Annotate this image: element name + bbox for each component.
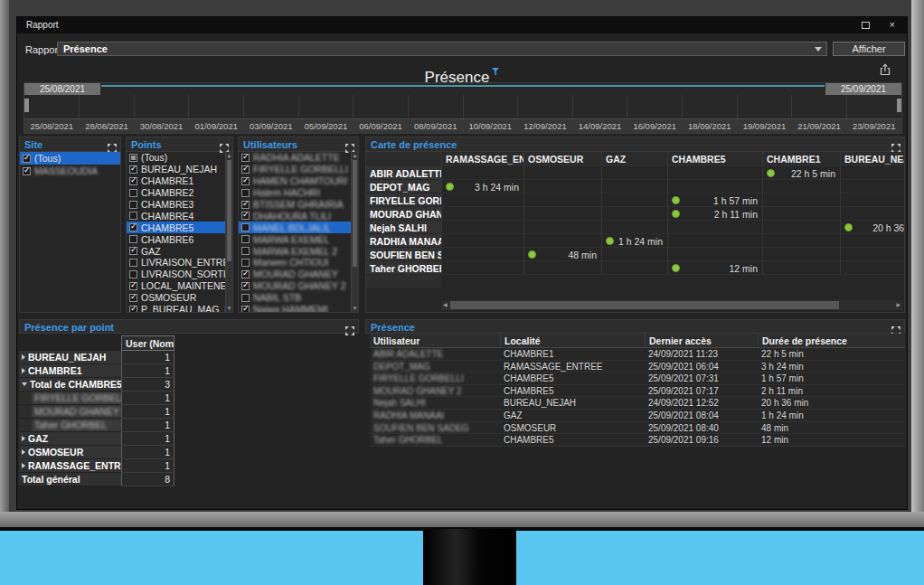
user-item[interactable]: MANEL BDLJALIL: [239, 222, 351, 233]
scroll-right-icon[interactable]: ▶: [896, 300, 900, 310]
presence-row[interactable]: RADHIA MANAAIGAZ25/09/2021 08:041 h 24 m…: [370, 410, 905, 422]
panel-site-header[interactable]: Site: [20, 137, 120, 152]
checkbox[interactable]: [129, 306, 137, 312]
timeline-range-end[interactable]: 25/09/2021: [825, 83, 901, 95]
map-column-header[interactable]: BUREAU_NEJAH: [840, 152, 904, 166]
users-scrollbar[interactable]: ▲ ▼: [351, 152, 358, 312]
panel-presence-header[interactable]: Présence: [365, 319, 905, 334]
bypoint-row[interactable]: CHAMBRE11: [19, 364, 174, 378]
checkbox[interactable]: [129, 165, 137, 174]
presence-row[interactable]: SOUFIEN BEN SADEGOSMOSEUR25/09/2021 08:4…: [370, 422, 905, 435]
checkbox[interactable]: [241, 177, 250, 185]
bypoint-row[interactable]: Total général8: [19, 473, 174, 486]
user-item[interactable]: HAMEN CHAMTOURI: [239, 175, 351, 187]
checkbox[interactable]: [23, 155, 31, 163]
checkbox[interactable]: [129, 177, 137, 185]
point-item[interactable]: CHAMBRE2: [127, 187, 225, 199]
user-item[interactable]: DHAHOURA TLILI: [239, 210, 351, 222]
point-item[interactable]: OSMOSEUR: [127, 292, 225, 304]
user-item[interactable]: Najwa HAMMEMI: [239, 304, 351, 312]
point-item[interactable]: CHAMBRE3: [127, 199, 225, 211]
site-item[interactable]: (Tous): [20, 152, 120, 165]
point-item[interactable]: P_BUREAU_MAG_RDC: [127, 304, 225, 312]
expand-icon[interactable]: [345, 323, 354, 332]
user-item[interactable]: Hatem HACHRI: [239, 187, 351, 199]
user-item[interactable]: NABIL STB: [239, 292, 351, 304]
presence-row[interactable]: MOURAD GHANEY 2CHAMBRE525/09/2021 07:172…: [370, 385, 905, 398]
scroll-left-icon[interactable]: ◀: [443, 300, 448, 310]
map-column-header[interactable]: CHAMBRE5: [667, 152, 762, 166]
point-item[interactable]: LIVRAISON_ENTREE: [127, 257, 225, 269]
filter-icon[interactable]: [492, 61, 499, 80]
points-scrollbar[interactable]: ▲ ▼: [225, 152, 232, 312]
bypoint-row[interactable]: Total de CHAMBRE53: [19, 378, 174, 392]
user-item[interactable]: BTISSEM GHRAIRIA: [239, 199, 351, 211]
expand-triangle-icon[interactable]: [22, 382, 27, 386]
user-item[interactable]: MARWA EXEMEL 2: [239, 245, 351, 257]
bypoint-row[interactable]: FIRYELLE GORBELLI1: [19, 392, 174, 405]
bypoint-row[interactable]: Taher GHORBEL1: [19, 419, 174, 432]
bypoint-row[interactable]: OSMOSEUR1: [19, 446, 174, 459]
checkbox[interactable]: [129, 154, 137, 162]
checkbox[interactable]: [129, 212, 137, 220]
collapse-triangle-icon[interactable]: [22, 368, 25, 373]
checkbox[interactable]: [241, 235, 250, 243]
checkbox[interactable]: [241, 270, 250, 278]
presence-row[interactable]: Nejah SALHIBUREAU_NEJAH24/09/2021 12:522…: [370, 397, 905, 410]
checkbox[interactable]: [129, 189, 137, 197]
presence-column-header[interactable]: Durée de présence: [758, 334, 905, 347]
map-column-header[interactable]: RAMASSAGE_ENTREE: [441, 152, 523, 166]
expand-icon[interactable]: [345, 140, 354, 149]
user-item[interactable]: FIRYELLE GORBELLI: [239, 164, 351, 175]
checkbox[interactable]: [129, 270, 137, 278]
bypoint-row[interactable]: MOURAD GHANEY 21: [19, 405, 174, 419]
bypoint-value-header[interactable]: User (Nom...: [121, 335, 174, 351]
collapse-triangle-icon[interactable]: [22, 354, 25, 360]
export-icon[interactable]: [879, 63, 891, 76]
maximize-button[interactable]: [862, 22, 870, 29]
site-item[interactable]: MASSEOUDIA: [20, 165, 120, 177]
user-item[interactable]: RADHIA ADALETTE: [239, 152, 351, 164]
checkbox[interactable]: [129, 282, 137, 290]
panel-bypoint-header[interactable]: Présence par point: [19, 319, 359, 334]
checkbox[interactable]: [23, 167, 31, 175]
expand-icon[interactable]: [891, 323, 900, 332]
checkbox[interactable]: [129, 247, 137, 255]
panel-users-header[interactable]: Utilisateurs: [239, 137, 358, 152]
afficher-button[interactable]: Afficher: [833, 42, 905, 56]
point-item[interactable]: LIVRAISON_SORTIE: [127, 269, 225, 280]
map-horizontal-scrollbar[interactable]: ◀ ▶: [441, 300, 902, 310]
map-column-header[interactable]: OSMOSEUR: [523, 152, 601, 166]
point-item[interactable]: (Tous): [127, 152, 225, 164]
checkbox[interactable]: [241, 212, 250, 220]
checkbox[interactable]: [241, 223, 250, 231]
timeline-band[interactable]: [24, 95, 901, 118]
title-bar[interactable]: Rapport ×: [17, 17, 907, 33]
scrollbar-thumb[interactable]: [227, 160, 231, 261]
checkbox[interactable]: [129, 259, 137, 267]
scrollbar-thumb[interactable]: [450, 301, 839, 309]
collapse-triangle-icon[interactable]: [22, 463, 25, 468]
point-item[interactable]: CHAMBRE4: [127, 210, 225, 222]
presence-row[interactable]: FIRYELLE GORBELLICHAMBRE525/09/2021 07:3…: [370, 373, 905, 385]
checkbox[interactable]: [241, 306, 250, 312]
scrollbar-thumb[interactable]: [353, 160, 357, 267]
checkbox[interactable]: [241, 282, 250, 290]
checkbox[interactable]: [241, 154, 250, 162]
scroll-down-icon[interactable]: ▼: [352, 306, 358, 311]
point-item[interactable]: GAZ: [127, 245, 225, 257]
bypoint-row[interactable]: GAZ1: [19, 432, 174, 446]
checkbox[interactable]: [129, 294, 137, 302]
map-column-header[interactable]: CHAMBRE1: [762, 152, 840, 166]
map-column-header[interactable]: GAZ: [601, 152, 667, 166]
point-item[interactable]: CHAMBRE6: [127, 233, 225, 245]
checkbox[interactable]: [241, 201, 250, 209]
scroll-up-icon[interactable]: ▲: [226, 153, 232, 158]
timeline[interactable]: 25/08/2021 25/09/2021 25/08/202128/08/20…: [24, 82, 902, 134]
user-item[interactable]: MARWA EXEMEL: [239, 233, 351, 245]
checkbox[interactable]: [129, 235, 137, 243]
checkbox[interactable]: [241, 247, 250, 255]
collapse-triangle-icon[interactable]: [22, 436, 25, 441]
user-item[interactable]: Marwen CHTIOUI: [239, 257, 351, 269]
checkbox[interactable]: [241, 189, 250, 197]
